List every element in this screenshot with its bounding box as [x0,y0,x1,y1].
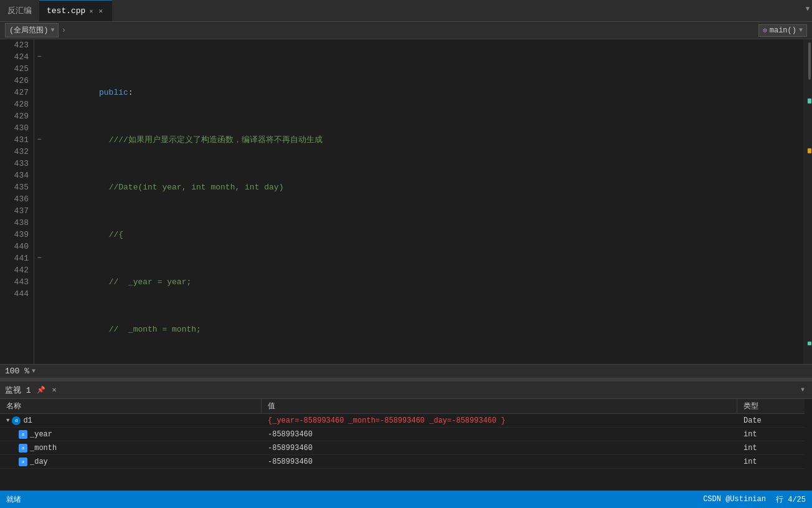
line-num-441: 441 [0,252,29,264]
watch-cell-name-d1: ▼ d d1 [0,414,262,427]
watch-table: 名称 值 类型 ▼ d d1 {_year=-858993460 _month=… [0,399,812,491]
watch-title: 监视 1 [5,385,31,396]
code-line-429: // _day = day; [50,359,803,364]
line-num-442: 442 [0,264,29,276]
watch-cell-val-d1: {_year=-858993460 _month=-858993460 _day… [262,414,737,427]
var-value-d1: {_year=-858993460 _month=-858993460 _day… [268,416,506,425]
watch-scrollbar[interactable] [805,399,812,491]
col-header-name: 名称 [0,399,262,413]
line-num-438: 438 [0,217,29,229]
watch-cell-name-month: a _month [0,441,262,454]
var-name-year: _year [30,430,52,439]
watch-cell-name-year: a _year [0,428,262,441]
editor-scrollbar[interactable] [803,39,812,364]
watch-row-d1[interactable]: ▼ d d1 {_year=-858993460 _month=-8589934… [0,414,812,428]
var-value-year: -858993460 [268,430,313,439]
func-selector[interactable]: ⊙ main() ▼ [758,24,807,37]
editor-area: 423 424 425 426 427 428 429 430 431 432 … [0,39,812,378]
scope-chevron-icon: ▼ [50,27,54,34]
col-header-value: 值 [262,399,737,413]
watch-row-year[interactable]: a _year -858993460 int [0,428,812,441]
code-content[interactable]: public: ////如果用户显示定义了构造函数，编译器将不再自动生成 //D… [44,39,803,364]
line-num-444: 444 [0,288,29,300]
watch-column-headers: 名称 值 类型 [0,399,812,414]
code-line-424: ////如果用户显示定义了构造函数，编译器将不再自动生成 [50,122,803,134]
scope-label: (全局范围) [9,25,48,36]
zoom-label: 100 % [5,367,29,376]
watch-row-month[interactable]: a _month -858993460 int [0,441,812,455]
line-num-433: 433 [0,158,29,170]
line-num-436: 436 [0,193,29,205]
status-page: 行 4/25 [776,494,806,505]
line-num-431: 431 [0,134,29,146]
status-ready: 就绪 [6,494,21,505]
line-num-427: 427 [0,87,29,98]
code-line-426: //{ [50,217,803,229]
line-num-440: 440 [0,241,29,252]
watch-cell-type-month: int [737,441,812,454]
func-chevron-icon: ▼ [799,27,803,34]
line-num-425: 425 [0,63,29,75]
code-line-423: public: [50,75,803,87]
line-numbers: 423 424 425 426 427 428 429 430 431 432 … [0,39,34,364]
watch-cell-val-day: -858993460 [262,455,737,468]
line-num-443: 443 [0,276,29,288]
code-line-425: //Date(int year, int month, int day) [50,170,803,181]
func-label: main() [770,26,796,35]
fold-431[interactable]: − [34,134,44,146]
code-line-427: // _year = year; [50,264,803,276]
fold-424[interactable]: − [34,51,44,63]
watch-cell-name-day: a _day [0,455,262,468]
watch-pin-button[interactable]: 📌 [35,385,47,395]
func-icon: ⊙ [763,26,767,34]
scroll-thumb[interactable] [808,42,811,80]
line-num-426: 426 [0,75,29,87]
var-type-year: int [744,430,757,439]
watch-dropdown-button[interactable]: ▼ [798,381,807,399]
tab-test-cpp[interactable]: test.cpp ✕ ✕ [39,0,112,21]
line-num-435: 435 [0,181,29,193]
line-num-430: 430 [0,122,29,134]
watch-cell-val-month: -858993460 [262,441,737,454]
var-type-month: int [744,444,757,453]
zoom-control[interactable]: 100 % ▼ [5,367,35,376]
watch-cell-val-year: -858993460 [262,428,737,441]
watch-cell-type-d1: Date [737,414,812,427]
status-right: CSDN @Ustinian 行 4/25 [703,494,806,505]
line-num-423: 423 [0,39,29,51]
col-header-type: 类型 [737,399,812,413]
expand-icon-d1[interactable]: ▼ [6,418,9,424]
scroll-mark-green2 [808,342,811,345]
breadcrumb-dropdown-button[interactable]: ▼ [803,0,812,17]
line-num-429: 429 [0,110,29,122]
line-num-424: 424 [0,51,29,63]
watch-header: 监视 1 📌 ✕ ▼ [0,381,812,399]
var-icon-month: a [19,444,27,453]
watch-cell-type-year: int [737,428,812,441]
line-num-434: 434 [0,170,29,181]
tab-pin-icon: ✕ [89,7,93,15]
var-name-day: _day [30,458,48,466]
watch-panel: 监视 1 📌 ✕ ▼ 名称 值 类型 ▼ d d1 {_year=-85 [0,381,812,491]
tab-disassembly[interactable]: 反汇编 [0,0,39,21]
scope-selector[interactable]: (全局范围) ▼ [5,23,59,37]
watch-row-day[interactable]: a _day -858993460 int [0,455,812,469]
scroll-mark-orange [808,148,811,153]
breadcrumb-separator: › [61,26,66,35]
line-num-439: 439 [0,229,29,241]
line-num-437: 437 [0,205,29,217]
fold-441[interactable]: − [34,252,44,264]
tab-bar: 反汇编 test.cpp ✕ ✕ ▼ [0,0,812,22]
line-num-432: 432 [0,146,29,158]
tab-close-button[interactable]: ✕ [97,6,105,16]
var-value-month: -858993460 [268,444,313,453]
var-icon-day: a [19,458,27,466]
var-name-d1: d1 [23,416,32,425]
code-container[interactable]: 423 424 425 426 427 428 429 430 431 432 … [0,39,812,364]
var-name-month: _month [30,444,57,453]
var-value-day: -858993460 [268,458,313,466]
zoom-chevron-icon: ▼ [32,368,35,375]
status-bar: 就绪 CSDN @Ustinian 行 4/25 [0,491,812,508]
watch-close-button[interactable]: ✕ [52,385,57,395]
var-icon-year: a [19,430,27,439]
